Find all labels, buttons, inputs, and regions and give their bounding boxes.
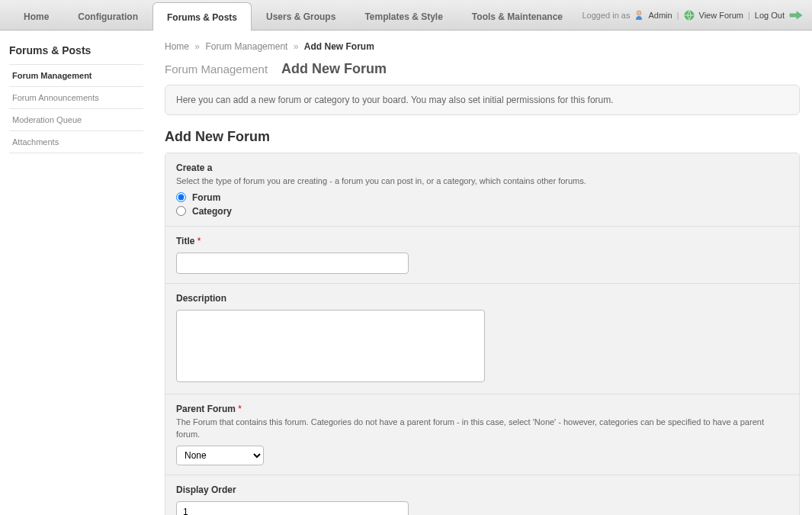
breadcrumb-current: Add New Forum xyxy=(304,41,374,52)
field-title: Title * xyxy=(165,227,799,284)
tab-templates-style[interactable]: Templates & Style xyxy=(350,2,457,30)
breadcrumb-sep: » xyxy=(294,41,299,52)
radio-category[interactable] xyxy=(176,206,186,216)
parent-forum-label-text: Parent Forum xyxy=(176,404,236,414)
field-display-order: Display Order xyxy=(165,475,799,516)
radio-forum-label: Forum xyxy=(192,192,220,203)
radio-forum[interactable] xyxy=(176,192,186,202)
top-right: Logged in as Admin | View Forum | Log Ou… xyxy=(582,10,803,30)
required-mark: * xyxy=(197,236,201,246)
required-mark: * xyxy=(238,404,242,414)
radio-category-label: Category xyxy=(192,206,232,217)
page-heading-main: Add New Forum xyxy=(281,61,387,77)
page-heading: Forum Management Add New Forum xyxy=(165,61,800,77)
svg-point-0 xyxy=(637,11,641,15)
top-tabs: Home Configuration Forums & Posts Users … xyxy=(9,2,577,30)
main-content: Home » Forum Management » Add New Forum … xyxy=(152,31,812,515)
sidebar-menu: Forum Management Forum Announcements Mod… xyxy=(9,64,143,153)
logged-in-as-label: Logged in as xyxy=(582,11,630,20)
create-a-label: Create a xyxy=(176,163,788,173)
sidebar: Forums & Posts Forum Management Forum An… xyxy=(0,31,152,515)
description-textarea[interactable] xyxy=(176,310,485,382)
sidebar-item-moderation-queue[interactable]: Moderation Queue xyxy=(9,109,143,131)
arrow-right-icon xyxy=(789,11,803,20)
sidebar-item-attachments[interactable]: Attachments xyxy=(9,131,143,153)
parent-forum-select[interactable]: None xyxy=(176,446,264,465)
tab-users-groups[interactable]: Users & Groups xyxy=(252,2,350,30)
breadcrumb-home[interactable]: Home xyxy=(165,41,189,52)
breadcrumb: Home » Forum Management » Add New Forum xyxy=(165,41,800,52)
title-input[interactable] xyxy=(176,253,409,274)
sidebar-item-forum-announcements[interactable]: Forum Announcements xyxy=(9,87,143,109)
breadcrumb-sep: » xyxy=(194,41,200,52)
separator: | xyxy=(748,11,750,20)
display-order-label: Display Order xyxy=(176,484,788,495)
display-order-input[interactable] xyxy=(176,501,409,516)
parent-forum-label: Parent Forum * xyxy=(176,404,788,414)
field-description: Description xyxy=(165,284,799,394)
tab-home[interactable]: Home xyxy=(9,2,63,30)
form-container: Create a Select the type of forum you ar… xyxy=(165,153,800,515)
create-a-hint: Select the type of forum you are creatin… xyxy=(176,175,788,188)
description-label: Description xyxy=(176,293,788,304)
parent-forum-hint: The Forum that contains this forum. Cate… xyxy=(176,416,788,441)
page-heading-sub: Forum Management xyxy=(165,63,268,76)
tab-tools-maintenance[interactable]: Tools & Maintenance xyxy=(457,2,577,30)
field-parent-forum: Parent Forum * The Forum that contains t… xyxy=(165,394,799,475)
sidebar-item-forum-management[interactable]: Forum Management xyxy=(9,65,143,87)
tab-configuration[interactable]: Configuration xyxy=(63,2,152,30)
globe-icon xyxy=(684,10,695,21)
title-label: Title * xyxy=(176,236,788,246)
tab-forums-posts[interactable]: Forums & Posts xyxy=(152,2,252,31)
top-bar: Home Configuration Forums & Posts Users … xyxy=(0,0,812,31)
view-forum-link[interactable]: View Forum xyxy=(699,11,743,20)
field-create-a: Create a Select the type of forum you ar… xyxy=(165,153,799,227)
intro-box: Here you can add a new forum or category… xyxy=(165,85,800,115)
title-label-text: Title xyxy=(176,236,194,246)
user-icon xyxy=(634,10,644,21)
admin-link[interactable]: Admin xyxy=(648,11,672,20)
log-out-link[interactable]: Log Out xyxy=(755,11,785,20)
sidebar-title: Forums & Posts xyxy=(9,41,143,64)
section-title: Add New Forum xyxy=(165,129,800,145)
separator: | xyxy=(677,11,679,20)
breadcrumb-forum-management[interactable]: Forum Management xyxy=(205,41,287,52)
